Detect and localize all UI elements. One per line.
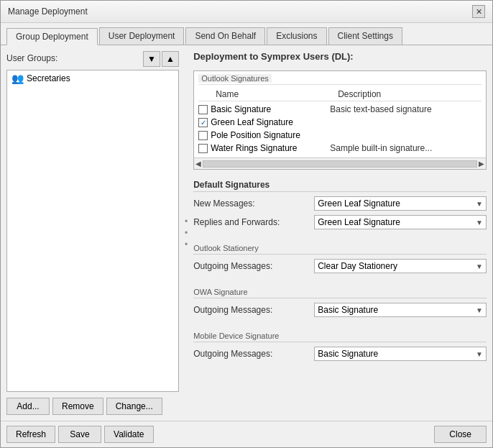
stationery-outgoing-label: Outgoing Messages:	[193, 261, 308, 271]
stationery-select[interactable]: Clear Day Stationery ▼	[314, 259, 487, 273]
h-scrollbar[interactable]: ◀ ▶	[194, 157, 486, 169]
owa-signature-section: OWA Signature Outgoing Messages: Basic S…	[193, 288, 487, 321]
mobile-outgoing-row: Outgoing Messages: Basic Signature ▼	[193, 347, 487, 361]
scroll-thumb[interactable]	[203, 160, 477, 168]
mobile-select[interactable]: Basic Signature ▼	[314, 347, 487, 361]
mobile-arrow-icon: ▼	[476, 350, 483, 358]
tab-user-deployment[interactable]: User Deployment	[99, 27, 185, 45]
refresh-button[interactable]: Refresh	[6, 426, 55, 443]
validate-button[interactable]: Validate	[104, 426, 153, 443]
list-item[interactable]: 👥 Secretaries	[7, 70, 178, 86]
dialog-title: Manage Deployment	[8, 6, 88, 17]
stationery-value: Clear Day Stationery	[318, 261, 397, 271]
footer-left: Refresh Save Validate	[6, 426, 154, 443]
owa-value: Basic Signature	[318, 305, 378, 315]
new-messages-value: Green Leaf Signature	[318, 198, 400, 209]
basic-sig-name: Basic Signature	[208, 104, 330, 114]
waterrings-sig-desc: Sample built-in signature...	[330, 143, 482, 153]
change-button[interactable]: Change...	[106, 398, 162, 415]
group-name: Secretaries	[27, 73, 70, 83]
poleposition-sig-checkbox[interactable]	[198, 131, 208, 140]
move-up-button[interactable]: ▲	[162, 51, 179, 67]
arrow-buttons: ▼ ▲	[143, 51, 179, 67]
action-buttons: Add... Remove Change...	[6, 398, 179, 415]
user-groups-header: User Groups: ▼ ▲	[6, 51, 179, 67]
tab-group-deployment[interactable]: Group Deployment	[6, 28, 98, 45]
outlook-signatures-label: Outlook Signatures	[198, 74, 272, 83]
drag-handle: • • •	[183, 51, 189, 415]
owa-arrow-icon: ▼	[476, 306, 483, 314]
basic-sig-checkbox[interactable]	[198, 105, 208, 114]
replies-row: Replies and Forwards: Green Leaf Signatu…	[193, 215, 487, 229]
title-bar: Manage Deployment ✕	[1, 1, 492, 23]
footer: Refresh Save Validate Close	[1, 421, 492, 447]
group-icon: 👥	[11, 73, 24, 84]
sig-row-basic: Basic Signature Basic text-based signatu…	[198, 103, 482, 116]
sig-row-poleposition: Pole Position Signature	[198, 129, 482, 142]
basic-sig-desc: Basic text-based signature	[330, 104, 482, 114]
user-groups-label: User Groups:	[6, 53, 57, 63]
stationery-arrow-icon: ▼	[476, 262, 483, 270]
main-content: User Groups: ▼ ▲ 👥 Secretaries	[1, 45, 492, 421]
tab-client-settings[interactable]: Client Settings	[328, 27, 402, 45]
new-messages-label: New Messages:	[193, 198, 308, 209]
waterrings-sig-name: Water Rings Signature	[208, 143, 330, 153]
waterrings-sig-checkbox[interactable]	[198, 144, 208, 153]
col-name-header: Name	[216, 89, 338, 99]
new-messages-select[interactable]: Green Leaf Signature ▼	[314, 196, 487, 211]
owa-outgoing-row: Outgoing Messages: Basic Signature ▼	[193, 303, 487, 317]
manage-deployment-dialog: Manage Deployment ✕ Group Deployment Use…	[0, 0, 493, 448]
new-messages-arrow-icon: ▼	[476, 200, 483, 208]
stationery-outgoing-row: Outgoing Messages: Clear Day Stationery …	[193, 259, 487, 273]
col-desc-header: Description	[338, 89, 482, 99]
close-button[interactable]: ✕	[472, 5, 485, 18]
tab-exclusions[interactable]: Exclusions	[267, 27, 326, 45]
footer-right: Close	[434, 426, 487, 443]
move-down-button[interactable]: ▼	[143, 51, 160, 67]
new-messages-row: New Messages: Green Leaf Signature ▼	[193, 196, 487, 211]
tab-send-on-behalf[interactable]: Send On Behalf	[185, 27, 265, 45]
main-area: User Groups: ▼ ▲ 👥 Secretaries	[6, 51, 487, 415]
dialog-close-button[interactable]: Close	[434, 426, 487, 443]
outlook-signatures-group: Outlook Signatures Name Description Basi…	[193, 70, 487, 170]
owa-signature-label: OWA Signature	[193, 288, 487, 298]
sig-row-waterrings: Water Rings Signature Sample built-in si…	[198, 142, 482, 155]
mobile-device-section: Mobile Device Signature Outgoing Message…	[193, 332, 487, 365]
poleposition-sig-name: Pole Position Signature	[208, 130, 330, 140]
outlook-stationery-label: Outlook Stationery	[193, 244, 487, 255]
mobile-outgoing-label: Outgoing Messages:	[193, 349, 308, 359]
greenleaf-sig-name: Green Leaf Signature	[208, 117, 330, 127]
replies-select[interactable]: Green Leaf Signature ▼	[314, 215, 487, 229]
dl-title: Deployment to Symprex Users (DL):	[193, 51, 487, 62]
add-button[interactable]: Add...	[6, 398, 50, 415]
save-button[interactable]: Save	[58, 426, 101, 443]
outlook-stationery-section: Outlook Stationery Outgoing Messages: Cl…	[193, 244, 487, 278]
sig-row-greenleaf: Green Leaf Signature	[198, 116, 482, 129]
left-panel: User Groups: ▼ ▲ 👥 Secretaries	[6, 51, 179, 415]
sig-table-header: Name Description	[198, 88, 482, 101]
owa-outgoing-label: Outgoing Messages:	[193, 305, 308, 315]
default-signatures-title: Default Signatures	[193, 180, 487, 192]
greenleaf-sig-checkbox[interactable]	[198, 118, 208, 127]
mobile-device-label: Mobile Device Signature	[193, 332, 487, 342]
user-groups-list[interactable]: 👥 Secretaries	[6, 70, 179, 392]
default-signatures-section: Default Signatures New Messages: Green L…	[193, 180, 487, 234]
arrow-down-icon: ▼	[147, 54, 156, 64]
owa-select[interactable]: Basic Signature ▼	[314, 303, 487, 317]
remove-button[interactable]: Remove	[52, 398, 103, 415]
scroll-left-arrow[interactable]: ◀	[195, 160, 201, 168]
replies-label: Replies and Forwards:	[193, 217, 308, 227]
scroll-right-arrow[interactable]: ▶	[479, 160, 484, 168]
tab-bar: Group Deployment User Deployment Send On…	[1, 23, 492, 45]
replies-arrow-icon: ▼	[476, 219, 483, 227]
mobile-value: Basic Signature	[318, 349, 378, 359]
replies-value: Green Leaf Signature	[318, 217, 400, 227]
arrow-up-icon: ▲	[166, 54, 175, 64]
right-panel: Deployment to Symprex Users (DL): Outloo…	[193, 51, 487, 415]
